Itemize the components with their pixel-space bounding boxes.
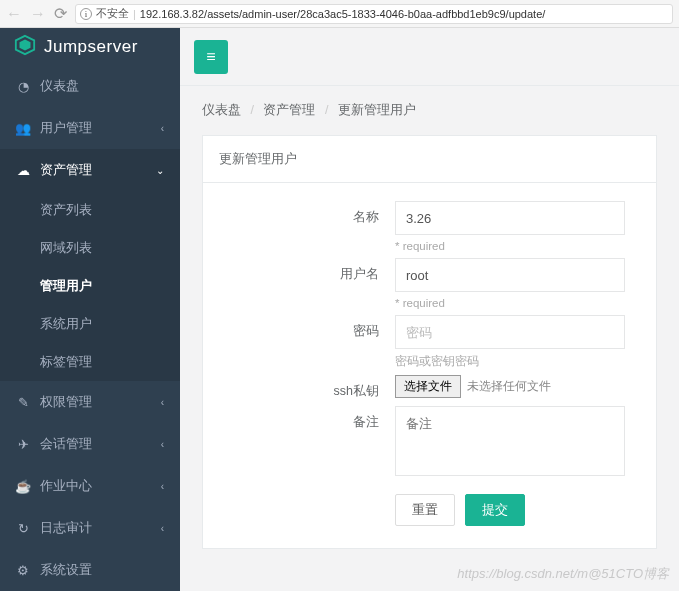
chevron-left-icon: ‹ (161, 397, 164, 408)
row-sshkey: ssh私钥 选择文件 未选择任何文件 (219, 375, 640, 400)
hint-name: * required (395, 240, 640, 252)
plane-icon: ✈ (16, 437, 30, 452)
sidebar-item-label: 系统设置 (40, 561, 92, 579)
sidebar-item-sessions[interactable]: ✈ 会话管理 ‹ (0, 423, 180, 465)
browser-bar: ← → ⟳ i 不安全 | 192.168.3.82/assets/admin-… (0, 0, 679, 28)
crumb-current: 更新管理用户 (338, 103, 416, 117)
sidebar: Jumpserver ◔ 仪表盘 👥 用户管理 ‹ ☁ 资产管理 ⌄ 资产列表 … (0, 28, 180, 591)
row-username: 用户名 * required (219, 258, 640, 309)
forward-icon[interactable]: → (30, 6, 46, 22)
chevron-down-icon: ⌄ (156, 165, 164, 176)
file-status: 未选择任何文件 (467, 378, 551, 395)
reset-button[interactable]: 重置 (395, 494, 455, 526)
subnav-item-labels[interactable]: 标签管理 (0, 343, 180, 381)
chevron-left-icon: ‹ (161, 523, 164, 534)
sidebar-item-settings[interactable]: ⚙ 系统设置 (0, 549, 180, 591)
chevron-left-icon: ‹ (161, 439, 164, 450)
back-icon[interactable]: ← (6, 6, 22, 22)
brand-logo-icon (14, 34, 36, 59)
brand[interactable]: Jumpserver (0, 28, 180, 65)
history-icon: ↻ (16, 521, 30, 536)
form-actions: 重置 提交 (395, 494, 640, 526)
sidebar-item-label: 日志审计 (40, 519, 92, 537)
main: ≡ 仪表盘 / 资产管理 / 更新管理用户 更新管理用户 名称 * requir… (180, 28, 679, 591)
row-comment: 备注 (219, 406, 640, 480)
sidebar-item-label: 资产管理 (40, 161, 92, 179)
subnav-item-admin-user[interactable]: 管理用户 (0, 267, 180, 305)
choose-file-button[interactable]: 选择文件 (395, 375, 461, 398)
cloud-icon: ☁ (16, 163, 30, 178)
brand-text: Jumpserver (44, 37, 138, 57)
sidebar-item-label: 作业中心 (40, 477, 92, 495)
breadcrumb: 仪表盘 / 资产管理 / 更新管理用户 (180, 86, 679, 135)
sidebar-item-label: 仪表盘 (40, 77, 79, 95)
comment-textarea[interactable] (395, 406, 625, 476)
info-icon[interactable]: i (80, 8, 92, 20)
subnav-item-asset-list[interactable]: 资产列表 (0, 191, 180, 229)
panel-title: 更新管理用户 (203, 136, 656, 183)
crumb-mid[interactable]: 资产管理 (263, 103, 315, 117)
label-name: 名称 (219, 201, 395, 226)
reload-icon[interactable]: ⟳ (54, 6, 67, 22)
hint-password: 密码或密钥密码 (395, 354, 640, 369)
address-bar[interactable]: i 不安全 | 192.168.3.82/assets/admin-user/2… (75, 4, 673, 24)
row-password: 密码 密码或密钥密码 (219, 315, 640, 369)
topbar: ≡ (180, 28, 679, 86)
subnav-assets: 资产列表 网域列表 管理用户 系统用户 标签管理 (0, 191, 180, 381)
nav-list: ◔ 仪表盘 👥 用户管理 ‹ ☁ 资产管理 ⌄ 资产列表 网域列表 管理用户 系… (0, 65, 180, 591)
chevron-left-icon: ‹ (161, 481, 164, 492)
watermark: https://blog.csdn.net/m@51CTO博客 (457, 565, 669, 583)
sidebar-item-label: 会话管理 (40, 435, 92, 453)
sidebar-item-users[interactable]: 👥 用户管理 ‹ (0, 107, 180, 149)
sidebar-item-assets[interactable]: ☁ 资产管理 ⌄ (0, 149, 180, 191)
subnav-item-system-user[interactable]: 系统用户 (0, 305, 180, 343)
security-status: 不安全 (96, 6, 129, 21)
edit-icon: ✎ (16, 395, 30, 410)
label-password: 密码 (219, 315, 395, 340)
sidebar-item-label: 权限管理 (40, 393, 92, 411)
users-icon: 👥 (16, 121, 30, 136)
svg-marker-1 (20, 40, 31, 51)
crumb-root[interactable]: 仪表盘 (202, 103, 241, 117)
hint-username: * required (395, 297, 640, 309)
gear-icon: ⚙ (16, 563, 30, 578)
dashboard-icon: ◔ (16, 79, 30, 94)
sidebar-item-dashboard[interactable]: ◔ 仪表盘 (0, 65, 180, 107)
form-panel: 更新管理用户 名称 * required 用户名 * required (202, 135, 657, 549)
sidebar-item-label: 用户管理 (40, 119, 92, 137)
label-sshkey: ssh私钥 (219, 375, 395, 400)
name-input[interactable] (395, 201, 625, 235)
url-text: 192.168.3.82/assets/admin-user/28ca3ac5-… (140, 8, 545, 20)
menu-toggle-button[interactable]: ≡ (194, 40, 228, 74)
panel-body: 名称 * required 用户名 * required 密码 (203, 183, 656, 548)
bars-icon: ≡ (206, 48, 215, 66)
subnav-item-domain-list[interactable]: 网域列表 (0, 229, 180, 267)
submit-button[interactable]: 提交 (465, 494, 525, 526)
sidebar-item-audit[interactable]: ↻ 日志审计 ‹ (0, 507, 180, 549)
chevron-left-icon: ‹ (161, 123, 164, 134)
sidebar-item-jobs[interactable]: ☕ 作业中心 ‹ (0, 465, 180, 507)
row-name: 名称 * required (219, 201, 640, 252)
label-username: 用户名 (219, 258, 395, 283)
label-comment: 备注 (219, 406, 395, 431)
username-input[interactable] (395, 258, 625, 292)
coffee-icon: ☕ (16, 479, 30, 494)
password-input[interactable] (395, 315, 625, 349)
sidebar-item-perms[interactable]: ✎ 权限管理 ‹ (0, 381, 180, 423)
